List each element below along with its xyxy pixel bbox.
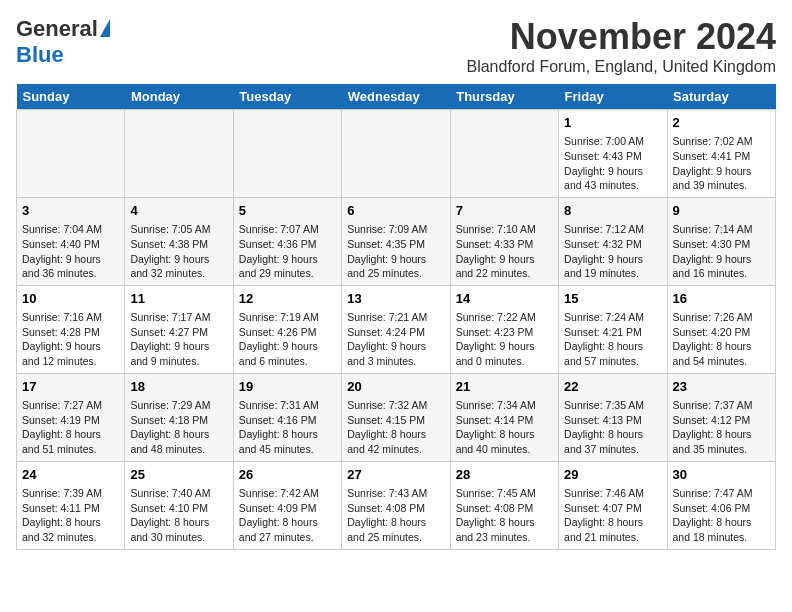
day-info: Sunrise: 7:19 AM Sunset: 4:26 PM Dayligh… (239, 310, 336, 369)
day-number: 28 (456, 466, 553, 484)
day-number: 11 (130, 290, 227, 308)
day-number: 1 (564, 114, 661, 132)
day-number: 16 (673, 290, 770, 308)
calendar-cell: 12Sunrise: 7:19 AM Sunset: 4:26 PM Dayli… (233, 285, 341, 373)
day-number: 8 (564, 202, 661, 220)
day-info: Sunrise: 7:37 AM Sunset: 4:12 PM Dayligh… (673, 398, 770, 457)
day-number: 10 (22, 290, 119, 308)
day-info: Sunrise: 7:21 AM Sunset: 4:24 PM Dayligh… (347, 310, 444, 369)
day-info: Sunrise: 7:42 AM Sunset: 4:09 PM Dayligh… (239, 486, 336, 545)
calendar-cell: 10Sunrise: 7:16 AM Sunset: 4:28 PM Dayli… (17, 285, 125, 373)
day-info: Sunrise: 7:29 AM Sunset: 4:18 PM Dayligh… (130, 398, 227, 457)
logo-triangle-icon (100, 19, 110, 37)
day-info: Sunrise: 7:35 AM Sunset: 4:13 PM Dayligh… (564, 398, 661, 457)
calendar-cell: 21Sunrise: 7:34 AM Sunset: 4:14 PM Dayli… (450, 373, 558, 461)
day-number: 24 (22, 466, 119, 484)
day-info: Sunrise: 7:46 AM Sunset: 4:07 PM Dayligh… (564, 486, 661, 545)
day-number: 19 (239, 378, 336, 396)
day-number: 7 (456, 202, 553, 220)
day-info: Sunrise: 7:22 AM Sunset: 4:23 PM Dayligh… (456, 310, 553, 369)
location-subtitle: Blandford Forum, England, United Kingdom (466, 58, 776, 76)
calendar-cell (125, 110, 233, 198)
day-number: 5 (239, 202, 336, 220)
day-info: Sunrise: 7:24 AM Sunset: 4:21 PM Dayligh… (564, 310, 661, 369)
day-info: Sunrise: 7:45 AM Sunset: 4:08 PM Dayligh… (456, 486, 553, 545)
calendar-cell: 18Sunrise: 7:29 AM Sunset: 4:18 PM Dayli… (125, 373, 233, 461)
day-number: 9 (673, 202, 770, 220)
day-info: Sunrise: 7:05 AM Sunset: 4:38 PM Dayligh… (130, 222, 227, 281)
day-info: Sunrise: 7:39 AM Sunset: 4:11 PM Dayligh… (22, 486, 119, 545)
calendar-cell: 7Sunrise: 7:10 AM Sunset: 4:33 PM Daylig… (450, 197, 558, 285)
day-number: 18 (130, 378, 227, 396)
day-number: 14 (456, 290, 553, 308)
day-info: Sunrise: 7:07 AM Sunset: 4:36 PM Dayligh… (239, 222, 336, 281)
calendar-cell: 26Sunrise: 7:42 AM Sunset: 4:09 PM Dayli… (233, 461, 341, 549)
day-info: Sunrise: 7:04 AM Sunset: 4:40 PM Dayligh… (22, 222, 119, 281)
calendar-cell: 19Sunrise: 7:31 AM Sunset: 4:16 PM Dayli… (233, 373, 341, 461)
calendar-cell: 15Sunrise: 7:24 AM Sunset: 4:21 PM Dayli… (559, 285, 667, 373)
day-info: Sunrise: 7:14 AM Sunset: 4:30 PM Dayligh… (673, 222, 770, 281)
month-title: November 2024 (466, 16, 776, 58)
calendar-cell: 29Sunrise: 7:46 AM Sunset: 4:07 PM Dayli… (559, 461, 667, 549)
calendar-table: SundayMondayTuesdayWednesdayThursdayFrid… (16, 84, 776, 550)
day-info: Sunrise: 7:12 AM Sunset: 4:32 PM Dayligh… (564, 222, 661, 281)
calendar-cell: 24Sunrise: 7:39 AM Sunset: 4:11 PM Dayli… (17, 461, 125, 549)
day-number: 23 (673, 378, 770, 396)
dow-header-wednesday: Wednesday (342, 84, 450, 110)
day-info: Sunrise: 7:16 AM Sunset: 4:28 PM Dayligh… (22, 310, 119, 369)
calendar-cell: 9Sunrise: 7:14 AM Sunset: 4:30 PM Daylig… (667, 197, 775, 285)
dow-header-sunday: Sunday (17, 84, 125, 110)
day-info: Sunrise: 7:00 AM Sunset: 4:43 PM Dayligh… (564, 134, 661, 193)
day-info: Sunrise: 7:40 AM Sunset: 4:10 PM Dayligh… (130, 486, 227, 545)
calendar-cell: 4Sunrise: 7:05 AM Sunset: 4:38 PM Daylig… (125, 197, 233, 285)
calendar-cell: 17Sunrise: 7:27 AM Sunset: 4:19 PM Dayli… (17, 373, 125, 461)
calendar-cell: 6Sunrise: 7:09 AM Sunset: 4:35 PM Daylig… (342, 197, 450, 285)
logo-general-text: General (16, 16, 98, 42)
day-number: 17 (22, 378, 119, 396)
day-number: 12 (239, 290, 336, 308)
calendar-cell: 16Sunrise: 7:26 AM Sunset: 4:20 PM Dayli… (667, 285, 775, 373)
day-number: 20 (347, 378, 444, 396)
calendar-cell: 25Sunrise: 7:40 AM Sunset: 4:10 PM Dayli… (125, 461, 233, 549)
calendar-cell: 1Sunrise: 7:00 AM Sunset: 4:43 PM Daylig… (559, 110, 667, 198)
day-number: 26 (239, 466, 336, 484)
calendar-cell: 23Sunrise: 7:37 AM Sunset: 4:12 PM Dayli… (667, 373, 775, 461)
day-number: 13 (347, 290, 444, 308)
calendar-cell (342, 110, 450, 198)
day-number: 27 (347, 466, 444, 484)
day-number: 15 (564, 290, 661, 308)
calendar-cell: 2Sunrise: 7:02 AM Sunset: 4:41 PM Daylig… (667, 110, 775, 198)
day-info: Sunrise: 7:10 AM Sunset: 4:33 PM Dayligh… (456, 222, 553, 281)
day-number: 4 (130, 202, 227, 220)
day-info: Sunrise: 7:26 AM Sunset: 4:20 PM Dayligh… (673, 310, 770, 369)
calendar-cell: 13Sunrise: 7:21 AM Sunset: 4:24 PM Dayli… (342, 285, 450, 373)
day-number: 2 (673, 114, 770, 132)
page-header: General Blue November 2024 Blandford For… (16, 16, 776, 76)
day-info: Sunrise: 7:17 AM Sunset: 4:27 PM Dayligh… (130, 310, 227, 369)
dow-header-friday: Friday (559, 84, 667, 110)
logo: General Blue (16, 16, 110, 68)
day-number: 30 (673, 466, 770, 484)
calendar-cell: 8Sunrise: 7:12 AM Sunset: 4:32 PM Daylig… (559, 197, 667, 285)
day-info: Sunrise: 7:02 AM Sunset: 4:41 PM Dayligh… (673, 134, 770, 193)
calendar-cell: 28Sunrise: 7:45 AM Sunset: 4:08 PM Dayli… (450, 461, 558, 549)
dow-header-thursday: Thursday (450, 84, 558, 110)
day-number: 3 (22, 202, 119, 220)
day-info: Sunrise: 7:31 AM Sunset: 4:16 PM Dayligh… (239, 398, 336, 457)
calendar-cell (17, 110, 125, 198)
dow-header-tuesday: Tuesday (233, 84, 341, 110)
dow-header-saturday: Saturday (667, 84, 775, 110)
day-number: 22 (564, 378, 661, 396)
calendar-cell: 3Sunrise: 7:04 AM Sunset: 4:40 PM Daylig… (17, 197, 125, 285)
day-info: Sunrise: 7:27 AM Sunset: 4:19 PM Dayligh… (22, 398, 119, 457)
day-number: 6 (347, 202, 444, 220)
day-info: Sunrise: 7:32 AM Sunset: 4:15 PM Dayligh… (347, 398, 444, 457)
calendar-cell (233, 110, 341, 198)
day-number: 25 (130, 466, 227, 484)
day-info: Sunrise: 7:43 AM Sunset: 4:08 PM Dayligh… (347, 486, 444, 545)
day-number: 21 (456, 378, 553, 396)
calendar-cell: 11Sunrise: 7:17 AM Sunset: 4:27 PM Dayli… (125, 285, 233, 373)
calendar-cell: 14Sunrise: 7:22 AM Sunset: 4:23 PM Dayli… (450, 285, 558, 373)
day-info: Sunrise: 7:34 AM Sunset: 4:14 PM Dayligh… (456, 398, 553, 457)
calendar-cell: 22Sunrise: 7:35 AM Sunset: 4:13 PM Dayli… (559, 373, 667, 461)
